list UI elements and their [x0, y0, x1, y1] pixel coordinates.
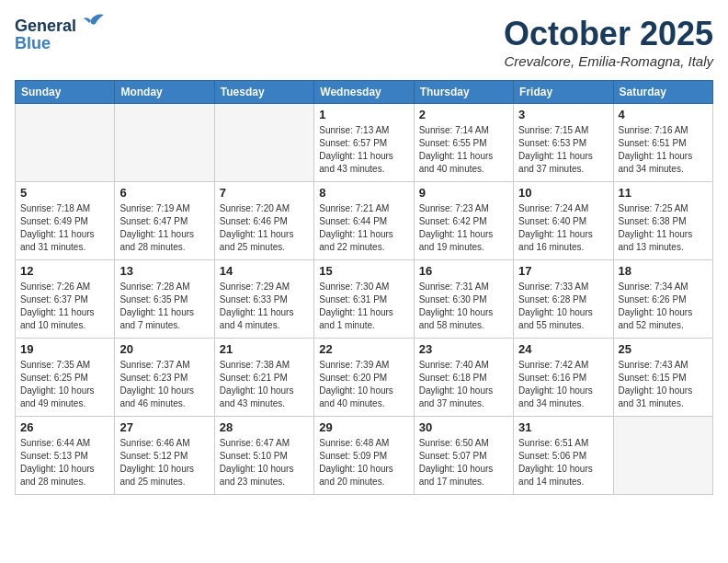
day-info: Sunrise: 6:47 AM Sunset: 5:10 PM Dayligh…: [220, 437, 309, 488]
day-info: Sunrise: 7:40 AM Sunset: 6:18 PM Dayligh…: [419, 359, 508, 410]
calendar-cell: 7Sunrise: 7:20 AM Sunset: 6:46 PM Daylig…: [214, 182, 313, 260]
weekday-header-monday: Monday: [115, 81, 214, 104]
page-header: General Blue October 2025 Crevalcore, Em…: [15, 15, 713, 69]
day-info: Sunrise: 6:46 AM Sunset: 5:12 PM Dayligh…: [119, 437, 209, 488]
logo: General Blue: [15, 15, 106, 53]
calendar-cell: 31Sunrise: 6:51 AM Sunset: 5:06 PM Dayli…: [514, 417, 613, 495]
calendar-cell: 24Sunrise: 7:42 AM Sunset: 6:16 PM Dayli…: [514, 339, 613, 417]
calendar-cell: 23Sunrise: 7:40 AM Sunset: 6:18 PM Dayli…: [414, 339, 513, 417]
week-row-4: 19Sunrise: 7:35 AM Sunset: 6:25 PM Dayli…: [16, 339, 713, 417]
day-number: 17: [518, 264, 608, 278]
day-info: Sunrise: 7:39 AM Sunset: 6:20 PM Dayligh…: [319, 359, 408, 410]
day-number: 16: [419, 264, 508, 278]
day-number: 21: [220, 342, 309, 356]
day-info: Sunrise: 7:16 AM Sunset: 6:51 PM Dayligh…: [619, 124, 708, 176]
calendar-cell: 26Sunrise: 6:44 AM Sunset: 5:13 PM Dayli…: [16, 417, 115, 495]
day-info: Sunrise: 7:34 AM Sunset: 6:26 PM Dayligh…: [619, 281, 708, 332]
week-row-2: 5Sunrise: 7:18 AM Sunset: 6:49 PM Daylig…: [16, 182, 713, 260]
day-number: 7: [220, 186, 309, 200]
day-info: Sunrise: 7:31 AM Sunset: 6:30 PM Dayligh…: [419, 281, 508, 332]
day-number: 5: [20, 186, 109, 200]
day-info: Sunrise: 7:42 AM Sunset: 6:16 PM Dayligh…: [518, 359, 608, 410]
calendar-cell: 16Sunrise: 7:31 AM Sunset: 6:30 PM Dayli…: [414, 260, 513, 339]
calendar-cell: 4Sunrise: 7:16 AM Sunset: 6:51 PM Daylig…: [613, 104, 712, 182]
week-row-3: 12Sunrise: 7:26 AM Sunset: 6:37 PM Dayli…: [16, 260, 713, 339]
month-title: October 2025: [504, 15, 713, 53]
day-info: Sunrise: 7:35 AM Sunset: 6:25 PM Dayligh…: [20, 359, 109, 410]
weekday-header-saturday: Saturday: [613, 81, 712, 104]
day-info: Sunrise: 7:19 AM Sunset: 6:47 PM Dayligh…: [119, 202, 209, 254]
day-number: 3: [518, 108, 608, 121]
calendar-cell: 20Sunrise: 7:37 AM Sunset: 6:23 PM Dayli…: [115, 339, 214, 417]
weekday-header-thursday: Thursday: [414, 81, 513, 104]
day-number: 8: [319, 186, 408, 200]
day-info: Sunrise: 7:14 AM Sunset: 6:55 PM Dayligh…: [419, 124, 508, 176]
calendar-cell: 22Sunrise: 7:39 AM Sunset: 6:20 PM Dayli…: [314, 339, 414, 417]
day-number: 2: [419, 108, 508, 121]
day-info: Sunrise: 6:50 AM Sunset: 5:07 PM Dayligh…: [419, 437, 508, 488]
day-info: Sunrise: 7:13 AM Sunset: 6:57 PM Dayligh…: [319, 124, 408, 176]
day-number: 14: [220, 264, 309, 278]
calendar-cell: 1Sunrise: 7:13 AM Sunset: 6:57 PM Daylig…: [314, 104, 414, 182]
day-number: 9: [419, 186, 508, 200]
week-row-5: 26Sunrise: 6:44 AM Sunset: 5:13 PM Dayli…: [16, 417, 713, 495]
day-number: 26: [20, 420, 109, 434]
day-info: Sunrise: 7:26 AM Sunset: 6:37 PM Dayligh…: [20, 281, 109, 332]
day-info: Sunrise: 7:25 AM Sunset: 6:38 PM Dayligh…: [619, 202, 708, 254]
calendar-cell: 28Sunrise: 6:47 AM Sunset: 5:10 PM Dayli…: [214, 417, 313, 495]
logo-blue: Blue: [15, 35, 51, 53]
day-number: 22: [319, 342, 408, 356]
calendar-cell: [115, 104, 214, 182]
day-info: Sunrise: 7:23 AM Sunset: 6:42 PM Dayligh…: [419, 202, 508, 254]
calendar-cell: 25Sunrise: 7:43 AM Sunset: 6:15 PM Dayli…: [613, 339, 712, 417]
day-number: 31: [518, 420, 608, 434]
calendar-table: SundayMondayTuesdayWednesdayThursdayFrid…: [15, 80, 713, 495]
calendar-cell: 11Sunrise: 7:25 AM Sunset: 6:38 PM Dayli…: [613, 182, 712, 260]
day-number: 1: [319, 108, 408, 121]
calendar-cell: 2Sunrise: 7:14 AM Sunset: 6:55 PM Daylig…: [414, 104, 513, 182]
calendar-cell: 29Sunrise: 6:48 AM Sunset: 5:09 PM Dayli…: [314, 417, 414, 495]
calendar-cell: 14Sunrise: 7:29 AM Sunset: 6:33 PM Dayli…: [214, 260, 313, 339]
title-block: October 2025 Crevalcore, Emilia-Romagna,…: [504, 15, 713, 69]
calendar-cell: 15Sunrise: 7:30 AM Sunset: 6:31 PM Dayli…: [314, 260, 414, 339]
day-info: Sunrise: 6:44 AM Sunset: 5:13 PM Dayligh…: [20, 437, 109, 488]
day-number: 6: [119, 186, 209, 200]
weekday-header-row: SundayMondayTuesdayWednesdayThursdayFrid…: [16, 81, 713, 104]
calendar-cell: 3Sunrise: 7:15 AM Sunset: 6:53 PM Daylig…: [514, 104, 613, 182]
day-number: 23: [419, 342, 508, 356]
location-title: Crevalcore, Emilia-Romagna, Italy: [504, 53, 713, 69]
weekday-header-friday: Friday: [514, 81, 613, 104]
calendar-cell: 9Sunrise: 7:23 AM Sunset: 6:42 PM Daylig…: [414, 182, 513, 260]
calendar-cell: 5Sunrise: 7:18 AM Sunset: 6:49 PM Daylig…: [16, 182, 115, 260]
day-number: 24: [518, 342, 608, 356]
week-row-1: 1Sunrise: 7:13 AM Sunset: 6:57 PM Daylig…: [16, 104, 713, 182]
calendar-cell: 30Sunrise: 6:50 AM Sunset: 5:07 PM Dayli…: [414, 417, 513, 495]
calendar-cell: 27Sunrise: 6:46 AM Sunset: 5:12 PM Dayli…: [115, 417, 214, 495]
day-number: 12: [20, 264, 109, 278]
day-number: 10: [518, 186, 608, 200]
day-number: 25: [619, 342, 708, 356]
calendar-cell: 8Sunrise: 7:21 AM Sunset: 6:44 PM Daylig…: [314, 182, 414, 260]
day-number: 15: [319, 264, 408, 278]
day-number: 27: [119, 420, 209, 434]
day-info: Sunrise: 7:18 AM Sunset: 6:49 PM Dayligh…: [20, 202, 109, 254]
day-number: 28: [220, 420, 309, 434]
calendar-cell: 6Sunrise: 7:19 AM Sunset: 6:47 PM Daylig…: [115, 182, 214, 260]
day-info: Sunrise: 7:43 AM Sunset: 6:15 PM Dayligh…: [619, 359, 708, 410]
day-number: 30: [419, 420, 508, 434]
day-info: Sunrise: 7:15 AM Sunset: 6:53 PM Dayligh…: [518, 124, 608, 176]
day-info: Sunrise: 7:28 AM Sunset: 6:35 PM Dayligh…: [119, 281, 209, 332]
day-number: 18: [619, 264, 708, 278]
calendar-cell: 10Sunrise: 7:24 AM Sunset: 6:40 PM Dayli…: [514, 182, 613, 260]
weekday-header-sunday: Sunday: [16, 81, 115, 104]
day-number: 20: [119, 342, 209, 356]
logo-general: General: [15, 17, 76, 36]
day-number: 4: [619, 108, 708, 121]
weekday-header-wednesday: Wednesday: [314, 81, 414, 104]
calendar-cell: 19Sunrise: 7:35 AM Sunset: 6:25 PM Dayli…: [16, 339, 115, 417]
day-info: Sunrise: 7:37 AM Sunset: 6:23 PM Dayligh…: [119, 359, 209, 410]
calendar-cell: 21Sunrise: 7:38 AM Sunset: 6:21 PM Dayli…: [214, 339, 313, 417]
day-info: Sunrise: 7:33 AM Sunset: 6:28 PM Dayligh…: [518, 281, 608, 332]
weekday-header-tuesday: Tuesday: [214, 81, 313, 104]
day-number: 13: [119, 264, 209, 278]
